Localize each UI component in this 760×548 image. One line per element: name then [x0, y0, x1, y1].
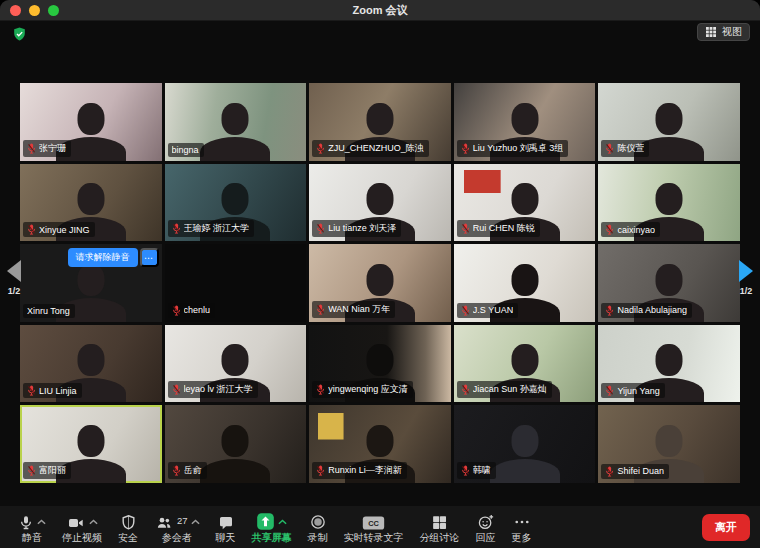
participant-name-tag: Xinyue JING [23, 222, 95, 237]
mic-muted-icon [316, 304, 325, 315]
participant-name-tag: J.S YUAN [457, 303, 518, 318]
breakout-rooms-icon [431, 514, 448, 531]
participant-tile-13[interactable]: WAN Nian 万年 [309, 244, 451, 322]
participant-tile-14[interactable]: J.S YUAN [454, 244, 596, 322]
mic-muted-icon [461, 223, 470, 234]
toolbar-button-share-screen[interactable]: 共享屏幕 [244, 511, 300, 543]
participant-tile-12[interactable]: chenlu [165, 244, 307, 322]
leave-meeting-button[interactable]: 离开 [702, 514, 750, 541]
chevron-up-icon[interactable] [191, 519, 200, 525]
participant-name: Rui CHEN 陈锐 [473, 222, 535, 235]
toolbar-button-breakout-rooms[interactable]: 分组讨论 [412, 511, 468, 543]
participant-name: Jiacan Sun 孙嘉灿 [473, 383, 547, 396]
toolbar-button-record[interactable]: 录制 [300, 511, 336, 543]
participant-tile-10[interactable]: caixinyao [598, 164, 740, 242]
window-title: Zoom 会议 [353, 3, 408, 18]
participant-name-tag: Liu Yuzhuo 刘禹卓 3组 [457, 140, 568, 157]
participant-tile-22[interactable]: 岳俞 [165, 405, 307, 483]
participant-tile-11[interactable]: Xinru Tong 请求解除静音⋯ [20, 244, 162, 322]
participant-name-tag: bingna [168, 143, 204, 157]
participant-name-tag: leyao lv 浙江大学 [168, 381, 258, 398]
next-page-button[interactable] [739, 260, 753, 282]
participant-tile-17[interactable]: leyao lv 浙江大学 [165, 325, 307, 403]
participant-name: 富阳丽 [39, 464, 66, 477]
participant-name-tag: WAN Nian 万年 [312, 301, 395, 318]
chevron-up-icon[interactable] [278, 519, 287, 525]
mic-muted-icon [605, 466, 614, 477]
participant-name-tag: 岳俞 [168, 462, 207, 479]
view-button-label: 视图 [722, 25, 742, 39]
mic-muted-icon [27, 224, 36, 235]
zoom-window-button[interactable] [48, 5, 59, 16]
toolbar-label-stop-video: 停止视频 [62, 532, 102, 543]
participant-tile-16[interactable]: LIU Linjia [20, 325, 162, 403]
toolbar-button-more[interactable]: 更多 [504, 511, 540, 543]
meeting-toolbar: 静音停止视频安全27参会者聊天共享屏幕录制CC实时转录文字分组讨论回应更多离开 [0, 506, 760, 548]
participant-name: bingna [172, 145, 199, 155]
participant-name-tag: Runxin Li—李润新 [312, 462, 407, 479]
participant-tile-19[interactable]: Jiacan Sun 孙嘉灿 [454, 325, 596, 403]
chevron-up-icon[interactable] [89, 519, 98, 525]
participant-tile-25[interactable]: Shifei Duan [598, 405, 740, 483]
participant-tile-1[interactable]: 张宁珊 [20, 83, 162, 161]
toolbar-button-live-transcript[interactable]: CC实时转录文字 [336, 511, 412, 543]
prev-page-button[interactable] [7, 260, 21, 282]
mic-muted-icon [27, 385, 36, 396]
participant-name-tag: 富阳丽 [23, 462, 71, 479]
mic-muted-icon [316, 384, 325, 395]
mic-muted-icon [461, 465, 470, 476]
participant-tile-3[interactable]: ZJU_CHENZHUO_陈浊 [309, 83, 451, 161]
participant-name: Yijun Yang [617, 386, 659, 396]
chevron-up-icon[interactable] [37, 519, 46, 525]
live-transcript-icon: CC [362, 515, 385, 531]
minimize-window-button[interactable] [29, 5, 40, 16]
toolbar-label-reactions: 回应 [476, 532, 496, 543]
participant-name-tag: 王瑜婷 浙江大学 [168, 220, 255, 237]
participant-tile-21[interactable]: 富阳丽 [20, 405, 162, 483]
participant-tile-24[interactable]: 韩啸 [454, 405, 596, 483]
participant-tile-4[interactable]: Liu Yuzhuo 刘禹卓 3组 [454, 83, 596, 161]
mic-muted-icon [316, 143, 325, 154]
participant-tile-9[interactable]: Rui CHEN 陈锐 [454, 164, 596, 242]
toolbar-button-stop-video[interactable]: 停止视频 [54, 511, 110, 543]
prev-page-label: 1/2 [2, 286, 26, 296]
participant-tile-5[interactable]: 陈仪萱 [598, 83, 740, 161]
toolbar-button-security[interactable]: 安全 [110, 511, 146, 543]
security-icon [120, 514, 137, 531]
participant-tile-18[interactable]: yingwenqing 应文清 [309, 325, 451, 403]
participant-tile-20[interactable]: Yijun Yang [598, 325, 740, 403]
participant-gallery: 张宁珊 bingna ZJU_CHENZHUO_陈浊 Liu Yuzhuo 刘禹… [20, 83, 740, 483]
participant-video-silhouette [197, 425, 273, 483]
participant-tile-6[interactable]: Xinyue JING [20, 164, 162, 242]
participant-name: 王瑜婷 浙江大学 [184, 222, 250, 235]
participant-name: Xinru Tong [27, 306, 70, 316]
toolbar-button-reactions[interactable]: 回应 [468, 511, 504, 543]
participants-icon [154, 515, 174, 531]
mic-muted-icon [27, 143, 36, 154]
participant-name: Runxin Li—李润新 [328, 464, 402, 477]
participant-tile-7[interactable]: 王瑜婷 浙江大学 [165, 164, 307, 242]
view-button[interactable]: 视图 [697, 23, 750, 41]
zoom-meeting-window: Zoom 会议 视图 张宁珊 bingna ZJU_CHENZHUO_陈浊 Li… [0, 0, 760, 548]
toolbar-button-chat[interactable]: 聊天 [208, 511, 244, 543]
mic-muted-icon [172, 384, 181, 395]
participant-name: chenlu [184, 305, 211, 315]
participant-tile-23[interactable]: Runxin Li—李润新 [309, 405, 451, 483]
mic-muted-icon [316, 223, 325, 234]
mic-muted-icon [172, 465, 181, 476]
toolbar-button-participants[interactable]: 27参会者 [146, 511, 208, 543]
participant-name: leyao lv 浙江大学 [184, 383, 253, 396]
mic-muted-icon [316, 465, 325, 476]
participant-tile-2[interactable]: bingna [165, 83, 307, 161]
mic-muted-icon [27, 465, 36, 476]
participant-name-tag: Liu tianze 刘天泽 [312, 220, 401, 237]
ask-to-unmute-button[interactable]: 请求解除静音 [68, 248, 138, 267]
participant-tile-15[interactable]: Nadila Abulajiang [598, 244, 740, 322]
participant-more-options-button[interactable]: ⋯ [140, 248, 159, 267]
toolbar-button-mute[interactable]: 静音 [10, 511, 54, 543]
close-window-button[interactable] [10, 5, 21, 16]
toolbar-label-share-screen: 共享屏幕 [252, 532, 292, 543]
toolbar-label-record: 录制 [308, 532, 328, 543]
participant-tile-8[interactable]: Liu tianze 刘天泽 [309, 164, 451, 242]
mic-muted-icon [461, 384, 470, 395]
